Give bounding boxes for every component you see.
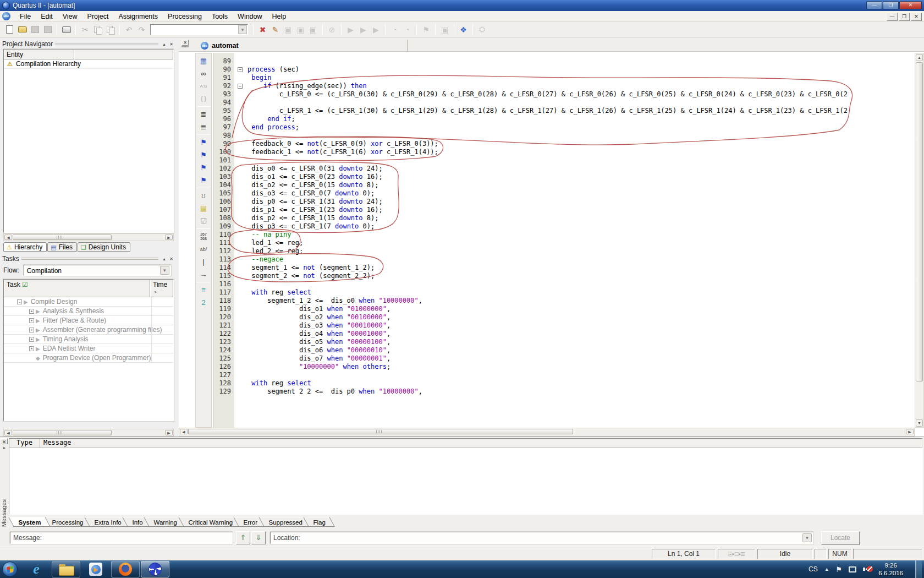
- minimize-button[interactable]: —: [866, 1, 882, 9]
- keyboard-language-indicator[interactable]: CS: [809, 565, 818, 573]
- save-button[interactable]: [29, 24, 41, 36]
- entity-column-header[interactable]: Entity: [4, 50, 74, 59]
- expand-icon[interactable]: +: [29, 337, 34, 342]
- redo-button[interactable]: ↷: [135, 24, 148, 36]
- expand-icon[interactable]: +: [29, 346, 34, 351]
- code-line-91[interactable]: 91 begin: [213, 74, 915, 82]
- editor-hscrollbar[interactable]: ◀ ▶: [179, 428, 915, 437]
- task-timing-analysis[interactable]: +▶Timing Analysis: [4, 335, 173, 344]
- task-fitter-place-route-[interactable]: +▶Fitter (Place & Route): [4, 316, 173, 325]
- code-line-120[interactable]: 120 dis_o2 when "00100000",: [213, 313, 915, 321]
- flow-dropdown-arrow-icon[interactable]: ▼: [160, 266, 169, 275]
- previous-message-button[interactable]: ⇑: [236, 531, 250, 544]
- hidden-icons-arrow-icon[interactable]: ▲: [824, 566, 829, 572]
- code-line-110[interactable]: 110 -- na piny: [213, 231, 915, 239]
- mdi-minimize-button[interactable]: —: [887, 13, 898, 21]
- chip-planner-button[interactable]: ▣: [438, 24, 451, 36]
- menu-edit[interactable]: Edit: [36, 12, 58, 21]
- tasks-collapse-button[interactable]: ▴: [161, 255, 168, 262]
- code-area[interactable]: 8990−process (sec)91 begin92− if (rising…: [213, 53, 915, 428]
- code-line-126[interactable]: 126 "10000000" when others;: [213, 363, 915, 371]
- task-column-header[interactable]: Task ☑: [4, 280, 150, 297]
- expand-icon[interactable]: +: [29, 318, 34, 323]
- tasks-hscrollbar[interactable]: ◀ ▶: [3, 429, 174, 437]
- analysis-synthesis-button[interactable]: ▶: [357, 24, 370, 36]
- editor-tool-icon[interactable]: A:B: [196, 80, 211, 92]
- code-line-107[interactable]: 107 dis_p1 <= c_LFSR_1(23 downto 16);: [213, 206, 915, 214]
- editor-tool-icon[interactable]: ≣: [196, 108, 211, 121]
- editor-tool-icon[interactable]: ab/: [196, 243, 211, 255]
- code-line-113[interactable]: 113 --negace: [213, 255, 915, 264]
- code-line-117[interactable]: 117 with reg select: [213, 288, 915, 297]
- code-line-101[interactable]: 101: [213, 156, 915, 165]
- editor-tool-icon[interactable]: ⚑: [196, 174, 211, 187]
- paste-button[interactable]: [104, 24, 117, 36]
- open-file-button[interactable]: [16, 24, 29, 36]
- code-line-123[interactable]: 123 dis_o5 when "00000100",: [213, 338, 915, 346]
- editor-tool-icon[interactable]: ⚑: [196, 149, 211, 161]
- muted-speaker-icon[interactable]: [863, 565, 872, 573]
- network-icon[interactable]: [849, 566, 856, 572]
- locate-button[interactable]: Locate: [821, 531, 860, 545]
- editor-close-icon[interactable]: ✕: [182, 40, 189, 46]
- print-button[interactable]: [60, 24, 73, 36]
- code-line-114[interactable]: 114 segment_1 <= not (segment_1_2);: [213, 264, 915, 272]
- message-field[interactable]: Message:: [10, 532, 233, 544]
- task-assembler-generate-programming-files-[interactable]: +▶Assembler (Generate programming files): [4, 325, 173, 335]
- editor-tool-icon[interactable]: →: [196, 268, 211, 281]
- code-line-99[interactable]: 99 feedback_0 <= not(c_LFSR_0(9) xor c_L…: [213, 140, 915, 148]
- messages-expand-icon[interactable]: ▸: [0, 445, 9, 450]
- code-line-94[interactable]: 94: [213, 99, 915, 107]
- menu-help[interactable]: Help: [267, 12, 292, 21]
- code-line-129[interactable]: 129 segment 2 2 <= dis p0 when "10000000…: [213, 388, 915, 396]
- code-line-125[interactable]: 125 dis_o7 when "00000001",: [213, 355, 915, 363]
- code-line-108[interactable]: 108 dis_p2 <= c_LFSR_1(15 downto 8);: [213, 214, 915, 222]
- code-line-116[interactable]: 116: [213, 280, 915, 288]
- action-center-flag-icon[interactable]: ⚑: [836, 565, 843, 574]
- editor-tool-icon[interactable]: ⚑: [196, 161, 211, 174]
- code-line-103[interactable]: 103 dis_o1 <= c_LFSR_0(23 downto 16);: [213, 173, 915, 181]
- code-line-127[interactable]: 127: [213, 371, 915, 379]
- time-column-header[interactable]: Time ◔: [150, 280, 173, 297]
- code-line-100[interactable]: 100 feedback_1 <= not(c_LFSR_1(6) xor c_…: [213, 148, 915, 156]
- find-combobox[interactable]: ▼: [150, 24, 248, 35]
- messages-tab-system[interactable]: System: [8, 517, 50, 527]
- editor-tool-icon[interactable]: |: [196, 255, 211, 268]
- code-line-98[interactable]: 98: [213, 132, 915, 140]
- flow-select[interactable]: Compilation ▼: [24, 265, 171, 276]
- editor-tool-icon[interactable]: ▤: [196, 202, 211, 215]
- task-compile-design[interactable]: -▶Compile Design: [4, 297, 173, 307]
- menu-assignments[interactable]: Assignments: [113, 12, 163, 21]
- assignment-editor-button[interactable]: ▣: [294, 24, 307, 36]
- code-line-95[interactable]: 95 c_LFSR_1 <= (c_LFSR_1(30) & c_LFSR_1(…: [213, 107, 915, 115]
- menu-processing[interactable]: Processing: [163, 12, 207, 21]
- expand-icon[interactable]: +: [29, 328, 34, 332]
- close-button[interactable]: ✕: [899, 1, 922, 9]
- location-dropdown-arrow-icon[interactable]: ▼: [802, 533, 812, 542]
- tab-hierarchy[interactable]: ⚠Hierarchy: [3, 242, 47, 252]
- code-line-104[interactable]: 104 dis_o2 <= c_LFSR_0(15 downto 8);: [213, 181, 915, 189]
- code-line-96[interactable]: 96 end if;: [213, 115, 915, 123]
- code-line-106[interactable]: 106 dis_p0 <= c_LFSR_1(31 downto 24);: [213, 198, 915, 206]
- new-file-button[interactable]: [3, 24, 16, 36]
- pin-assignments-button[interactable]: ✎: [269, 24, 282, 36]
- editor-tool-icon[interactable]: ☑: [196, 215, 211, 227]
- messages-close-icon[interactable]: ✕: [1, 438, 8, 444]
- editor-tool-icon[interactable]: { }: [196, 92, 211, 105]
- task-eda-netlist-writer[interactable]: +▶EDA Netlist Writer: [4, 344, 173, 353]
- task-program-device-open-programmer-[interactable]: ◆Program Device (Open Programmer): [4, 353, 173, 363]
- code-line-109[interactable]: 109 dis_p3 <= c_LFSR_1(7 downto 0);: [213, 222, 915, 231]
- clock-button[interactable]: ◔: [401, 24, 414, 36]
- taskbar-firefox[interactable]: [111, 561, 140, 577]
- code-line-119[interactable]: 119 dis_o1 when "01000000",: [213, 305, 915, 313]
- editor-tool-icon[interactable]: ≡: [196, 283, 211, 296]
- save-all-button[interactable]: [41, 24, 54, 36]
- mdi-close-button[interactable]: ✕: [911, 13, 922, 21]
- code-line-124[interactable]: 124 dis_o6 when "00000010",: [213, 346, 915, 355]
- editor-tool-icon[interactable]: ≣: [196, 121, 211, 133]
- netlist-viewer-button[interactable]: ⚑: [420, 24, 432, 36]
- editor-vscrollbar[interactable]: ▲ ▼: [915, 53, 924, 428]
- fold-collapse-icon[interactable]: −: [238, 67, 243, 72]
- code-line-118[interactable]: 118 segment_1_2 <= dis_o0 when "10000000…: [213, 297, 915, 305]
- next-message-button[interactable]: ⇓: [251, 531, 266, 544]
